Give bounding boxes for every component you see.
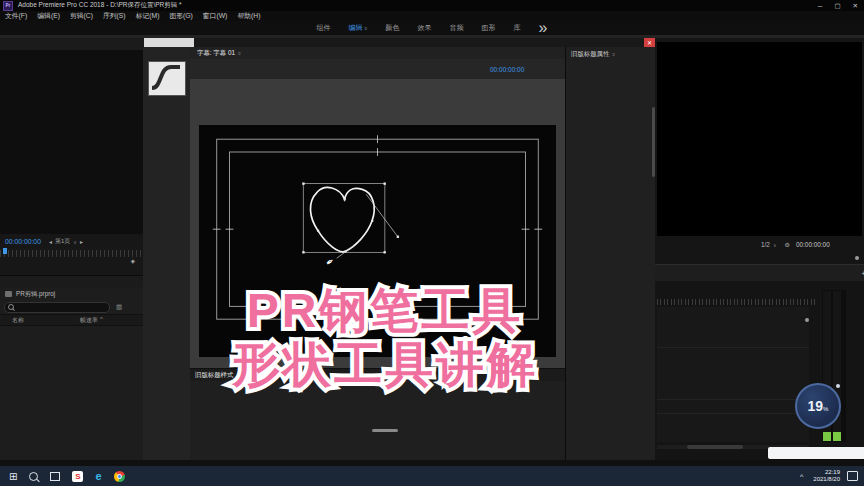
maximize-icon[interactable]: ▢: [834, 2, 840, 10]
workspace-tab-库[interactable]: 库: [514, 23, 521, 33]
windows-taskbar: ⊞ S e ^ 22:19 2021/8/20: [0, 466, 864, 486]
current-style-preview[interactable]: [148, 61, 186, 96]
settings-wrench-icon[interactable]: ⚙: [785, 241, 790, 248]
menu-item-3[interactable]: 序列(S): [103, 11, 126, 21]
program-monitor-screen[interactable]: [657, 42, 862, 236]
next-page-icon[interactable]: ▸: [80, 238, 83, 245]
menu-item-5[interactable]: 图形(G): [169, 11, 192, 21]
title-tools-panel: [143, 47, 191, 460]
program-monitor-panel: 1/2 ∨ ⚙ 00:00:00:00 +: [655, 38, 864, 282]
program-monitor-bar: 1/2 ∨ ⚙ 00:00:00:00: [655, 238, 864, 251]
timeline-tracks[interactable]: [657, 307, 809, 442]
styles-scrollbar[interactable]: [372, 429, 398, 432]
tray-chevron-icon[interactable]: ^: [800, 473, 803, 480]
styles-tab-bar: 旧版标题样式 ≡: [190, 369, 565, 381]
workspace-tab-图形[interactable]: 图形: [482, 23, 496, 33]
title-canvas-svg: ✒: [199, 125, 556, 357]
source-monitor-screen[interactable]: [0, 50, 143, 234]
bezier-handle-line: [366, 194, 397, 236]
project-panel-tabs: [0, 276, 143, 288]
title-drawing-stage[interactable]: ✒: [199, 125, 556, 357]
legacy-title-window-titlebar[interactable]: [143, 38, 655, 47]
close-icon[interactable]: ✕: [853, 2, 858, 10]
panel-menu-icon[interactable]: ≡: [365, 25, 368, 31]
source-mini-timeline[interactable]: [0, 250, 143, 257]
page-select[interactable]: 第1页: [55, 237, 70, 246]
sort-up-icon: ^: [100, 316, 103, 325]
source-monitor-panel: 00:00:00:00 ◂ 第1页 ∨ ▸ ◈: [0, 38, 144, 275]
tab-title-editor[interactable]: 字幕: 字幕 01: [197, 49, 235, 58]
project-file-name: PR剪辑.prproj: [16, 290, 55, 299]
system-tray: ^: [800, 473, 805, 480]
prev-page-icon[interactable]: ◂: [49, 238, 52, 245]
title-tools-grid: [143, 47, 190, 53]
audio-meter-scale: [846, 290, 862, 440]
menu-item-0[interactable]: 文件(F): [5, 11, 27, 21]
column-framerate[interactable]: 帧速率 ^: [80, 316, 103, 325]
recorder-float-ball[interactable]: 19%: [795, 383, 841, 429]
legacy-title-styles-panel: 旧版标题样式 ≡: [190, 368, 565, 461]
workspace-tab-编辑[interactable]: 编辑≡: [349, 23, 368, 33]
taskbar-clock[interactable]: 22:19 2021/8/20: [813, 469, 840, 483]
legacy-title-properties-panel: 旧版标题属性 ≡: [565, 47, 656, 460]
edge-icon[interactable]: e: [95, 470, 101, 482]
start-button[interactable]: ⊞: [9, 471, 17, 482]
project-bin-row[interactable]: PR剪辑.prproj: [0, 288, 143, 300]
project-column-headers: 名称 帧速率 ^: [0, 314, 143, 326]
minimize-icon[interactable]: ─: [818, 2, 823, 10]
project-search-row: ▥: [0, 300, 143, 314]
tab-legacy-title-styles[interactable]: 旧版标题样式: [195, 371, 233, 380]
filter-bin-icon[interactable]: ▥: [116, 303, 122, 311]
workspace-tab-组件[interactable]: 组件: [317, 23, 331, 33]
menu-item-2[interactable]: 剪辑(C): [70, 11, 93, 21]
panel-menu-icon[interactable]: ≡: [238, 50, 241, 56]
tab-legacy-title-properties[interactable]: 旧版标题属性: [571, 50, 609, 59]
workspace-bar: 组件编辑≡颜色效果音频图形库»: [0, 21, 864, 35]
search-input[interactable]: [14, 303, 104, 311]
track-scroll-knob[interactable]: [805, 318, 809, 322]
workspace-tab-音频[interactable]: 音频: [450, 23, 464, 33]
panel-menu-icon[interactable]: ≡: [612, 51, 615, 57]
chrome-icon[interactable]: [114, 471, 125, 482]
playback-resolution-select[interactable]: 1/2 ∨: [761, 241, 777, 248]
program-timecode[interactable]: 00:00:00:00: [796, 241, 830, 248]
pinned-app-icon[interactable]: S: [72, 471, 83, 482]
legacy-title-window-highlight: [144, 38, 194, 47]
notification-center-icon[interactable]: [847, 471, 858, 481]
project-file-icon: [5, 291, 12, 297]
titler-timecode[interactable]: 00:00:00:00: [490, 66, 524, 73]
window-title: Adobe Premiere Pro CC 2018 - D:\PR保存位置\P…: [18, 1, 182, 10]
task-view-icon[interactable]: [50, 472, 60, 481]
menu-item-7[interactable]: 帮助(H): [237, 11, 260, 21]
titler-panel: 字幕: 字幕 01 ≡ 00:00:00:00: [190, 47, 565, 368]
source-panel-tabs: [0, 38, 143, 50]
source-playhead[interactable]: [3, 248, 7, 254]
timeline-ruler[interactable]: [657, 299, 815, 305]
taskbar-search-icon[interactable]: [29, 472, 38, 481]
column-name[interactable]: 名称: [12, 316, 24, 325]
premiere-logo-icon: Pr: [3, 1, 13, 11]
titler-toolbar: 00:00:00:00: [190, 59, 565, 80]
marker-icon[interactable]: ◈: [130, 257, 135, 264]
search-box[interactable]: [4, 302, 110, 313]
menu-bar: 文件(F)编辑(E)剪辑(C)序列(S)标记(M)图形(G)窗口(W)帮助(H): [0, 11, 864, 21]
chevron-down-icon: ∨: [73, 239, 77, 245]
pen-cursor-icon: ✒: [323, 255, 336, 269]
legacy-title-close-button[interactable]: ✕: [644, 38, 655, 47]
properties-tab-bar: 旧版标题属性 ≡: [566, 47, 656, 61]
source-monitor-controls: 00:00:00:00 ◂ 第1页 ∨ ▸: [0, 234, 143, 249]
style-preview-curve: [149, 62, 183, 93]
recorder-ball-dot: [836, 384, 840, 388]
workspace-tab-效果[interactable]: 效果: [418, 23, 432, 33]
menu-item-6[interactable]: 窗口(W): [203, 11, 228, 21]
source-timecode[interactable]: 00:00:00:00: [5, 238, 41, 245]
ime-toolbar: [768, 447, 864, 459]
workspace-tab-颜色[interactable]: 颜色: [386, 23, 400, 33]
panel-menu-icon[interactable]: ≡: [240, 372, 243, 378]
monitor-scroll-knob[interactable]: [855, 256, 859, 260]
project-panel: PR剪辑.prproj ▥ 名称 帧速率 ^: [0, 275, 144, 461]
style-swatch-grid: [190, 381, 565, 383]
menu-item-1[interactable]: 编辑(E): [37, 11, 60, 21]
chevron-down-icon: ∨: [773, 242, 777, 248]
menu-item-4[interactable]: 标记(M): [136, 11, 160, 21]
